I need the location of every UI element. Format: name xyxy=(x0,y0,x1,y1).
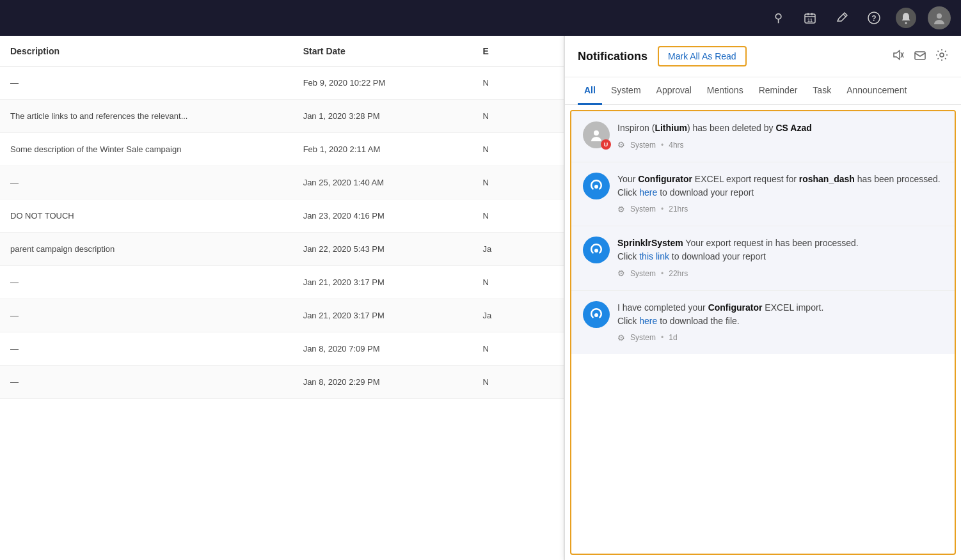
bold-text: Configurator xyxy=(638,174,692,184)
notification-item[interactable]: I have completed your Configurator EXCEL… xyxy=(571,291,955,355)
tab-all[interactable]: All xyxy=(578,77,602,105)
table-row[interactable]: The article links to and references the … xyxy=(0,100,564,133)
tab-reminder[interactable]: Reminder xyxy=(752,77,804,105)
notif-meta: ⚙ System • 1d xyxy=(617,332,943,345)
bold-text: Lithium xyxy=(655,123,687,133)
notif-time: 1d xyxy=(669,332,677,343)
tab-mentions[interactable]: Mentions xyxy=(701,77,750,105)
cell-startdate: Jan 23, 2020 4:16 PM xyxy=(303,211,483,221)
notifications-header: Notifications Mark All As Read xyxy=(565,36,961,77)
table-row[interactable]: Some description of the Winter Sale camp… xyxy=(0,133,564,166)
search-icon[interactable]: ⚲ xyxy=(768,8,788,28)
cell-description: — xyxy=(10,178,303,187)
notification-link[interactable]: here xyxy=(639,187,657,198)
tab-task[interactable]: Task xyxy=(806,77,838,105)
tab-announcement[interactable]: Announcement xyxy=(840,77,913,105)
mark-all-read-button[interactable]: Mark All As Read xyxy=(658,46,747,66)
bell-icon[interactable] xyxy=(896,8,916,28)
table-row[interactable]: — Jan 21, 2020 3:17 PM N xyxy=(0,266,564,299)
notif-text: Inspiron (Lithium) has been deleted by C… xyxy=(617,121,943,135)
cell-description: Some description of the Winter Sale camp… xyxy=(10,144,303,154)
cell-startdate: Feb 9, 2020 10:22 PM xyxy=(303,78,483,88)
normal-text: to download your report xyxy=(657,187,754,198)
tab-approval[interactable]: Approval xyxy=(650,77,698,105)
bold-text: CS Azad xyxy=(775,123,811,133)
cell-description: parent campaign description xyxy=(10,244,303,254)
cell-description: — xyxy=(10,277,303,287)
normal-text: ) has been deleted by xyxy=(687,123,776,133)
svg-point-15 xyxy=(594,185,598,189)
notification-tabs: All System Approval Mentions Reminder Ta… xyxy=(565,77,961,105)
cell-end: N xyxy=(483,377,553,387)
svg-line-5 xyxy=(843,14,846,17)
table-area: Description Start Date E — Feb 9, 2020 1… xyxy=(0,36,564,560)
notif-text: SprinklrSystem Your export request in ha… xyxy=(617,237,943,263)
edit-icon[interactable] xyxy=(832,8,852,28)
notif-content: I have completed your Configurator EXCEL… xyxy=(617,301,943,345)
cell-startdate: Jan 8, 2020 2:29 PM xyxy=(303,377,483,387)
settings-icon[interactable] xyxy=(935,49,948,65)
svg-point-13 xyxy=(940,53,944,57)
normal-text: EXCEL export request for xyxy=(692,174,799,184)
notif-avatar xyxy=(583,173,610,199)
col-end-header: E xyxy=(483,46,553,56)
table-row[interactable]: — Jan 25, 2020 1:40 AM N xyxy=(0,166,564,199)
table-row[interactable]: — Jan 21, 2020 3:17 PM Ja xyxy=(0,299,564,332)
notif-avatar xyxy=(583,237,610,263)
notification-item[interactable]: Your Configurator EXCEL export request f… xyxy=(571,162,955,227)
user-avatar[interactable] xyxy=(928,6,951,29)
dot-separator: • xyxy=(661,139,663,151)
table-row[interactable]: parent campaign description Jan 22, 2020… xyxy=(0,233,564,266)
gear-icon: ⚙ xyxy=(617,203,625,216)
table-row[interactable]: — Jan 8, 2020 2:29 PM N xyxy=(0,366,564,399)
notification-link[interactable]: here xyxy=(639,316,657,326)
notif-avatar: U xyxy=(583,121,610,148)
cell-end: N xyxy=(483,277,553,287)
normal-text: to download your report xyxy=(669,251,766,261)
notification-item[interactable]: U Inspiron (Lithium) has been deleted by… xyxy=(571,111,955,162)
calendar-icon[interactable]: 11 xyxy=(800,8,820,28)
cell-startdate: Jan 21, 2020 3:17 PM xyxy=(303,277,483,287)
cell-end: N xyxy=(483,178,553,187)
col-startdate-header: Start Date xyxy=(303,46,483,56)
help-icon[interactable]: ? xyxy=(864,8,884,28)
mute-icon[interactable] xyxy=(892,49,905,65)
cell-end: N xyxy=(483,211,553,221)
bold-text: Configurator xyxy=(708,302,763,313)
cell-description: — xyxy=(10,344,303,354)
dot-separator: • xyxy=(661,332,663,343)
notification-link[interactable]: this link xyxy=(639,251,669,261)
cell-description: — xyxy=(10,377,303,387)
svg-point-9 xyxy=(937,13,942,19)
cell-end: N xyxy=(483,111,553,121)
cell-description: — xyxy=(10,78,303,88)
tab-system[interactable]: System xyxy=(605,77,647,105)
email-icon[interactable] xyxy=(914,49,926,65)
notif-content: SprinklrSystem Your export request in ha… xyxy=(617,237,943,280)
cell-startdate: Jan 21, 2020 3:17 PM xyxy=(303,311,483,320)
svg-point-17 xyxy=(594,313,598,317)
header-action-icons xyxy=(892,49,948,65)
cell-end: Ja xyxy=(483,244,553,254)
cell-end: N xyxy=(483,344,553,354)
gear-icon: ⚙ xyxy=(617,267,625,280)
svg-rect-12 xyxy=(915,52,925,59)
notif-content: Inspiron (Lithium) has been deleted by C… xyxy=(617,121,943,152)
normal-text: I have completed your xyxy=(617,302,708,313)
svg-point-16 xyxy=(594,249,598,253)
top-navigation: ⚲ 11 ? xyxy=(0,0,961,36)
notif-text: I have completed your Configurator EXCEL… xyxy=(617,301,943,328)
svg-point-8 xyxy=(905,22,907,24)
cell-startdate: Feb 1, 2020 2:11 AM xyxy=(303,144,483,154)
notification-item[interactable]: SprinklrSystem Your export request in ha… xyxy=(571,226,955,291)
notif-content: Your Configurator EXCEL export request f… xyxy=(617,173,943,216)
table-row[interactable]: — Jan 8, 2020 7:09 PM N xyxy=(0,332,564,366)
cell-startdate: Jan 1, 2020 3:28 PM xyxy=(303,111,483,121)
table-body: — Feb 9, 2020 10:22 PM N The article lin… xyxy=(0,66,564,399)
normal-text: to download the file. xyxy=(657,316,739,326)
table-row[interactable]: DO NOT TOUCH Jan 23, 2020 4:16 PM N xyxy=(0,199,564,233)
notifications-title: Notifications xyxy=(578,50,647,63)
table-row[interactable]: — Feb 9, 2020 10:22 PM N xyxy=(0,66,564,100)
notifications-panel: Notifications Mark All As Read xyxy=(564,36,961,560)
notif-meta: ⚙ System • 4hrs xyxy=(617,139,943,152)
